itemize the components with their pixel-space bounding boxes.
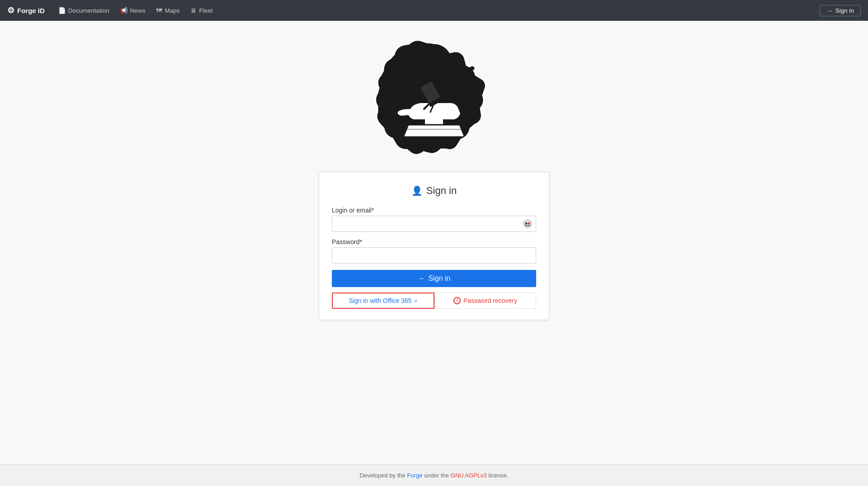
- card-title: 👤 Sign in: [332, 185, 536, 197]
- signin-button-label: Sign in: [429, 274, 451, 283]
- login-card: 👤 Sign in Login or email* Password*: [319, 172, 549, 320]
- password-input-wrapper: [332, 247, 536, 264]
- svg-point-10: [528, 222, 530, 225]
- password-recovery-label: Password recovery: [463, 297, 517, 304]
- external-link-icon: ↗: [413, 298, 417, 304]
- svg-point-8: [524, 220, 532, 228]
- forge-id-icon: ⚙: [7, 5, 14, 15]
- footer-forge-link[interactable]: Forge: [407, 472, 422, 479]
- footer: Developed by the Forge under the GNU AGP…: [0, 464, 868, 486]
- password-label: Password*: [332, 238, 536, 245]
- documentation-label: Documentation: [68, 7, 109, 14]
- navbar-right: → Sign in: [820, 5, 861, 16]
- card-title-text: Sign in: [426, 185, 457, 197]
- login-form-group: Login or email*: [332, 207, 536, 232]
- password-input[interactable]: [332, 247, 536, 264]
- signin-arrow-icon: →: [826, 7, 833, 14]
- footer-middle: under the: [424, 472, 451, 479]
- nav-documentation[interactable]: 📄 Documentation: [54, 5, 114, 16]
- footer-license-link[interactable]: GNU AGPLv3: [451, 472, 487, 479]
- office365-button[interactable]: Sign in with Office 365 ↗: [332, 293, 434, 309]
- svg-rect-0: [425, 119, 443, 125]
- nav-maps[interactable]: 🗺 Maps: [151, 5, 184, 16]
- navbar-signin-label: Sign in: [835, 7, 854, 14]
- nav-links: 📄 Documentation 📢 News 🗺 Maps 🖥 Fleet: [54, 5, 820, 16]
- password-recovery-button[interactable]: ! Password recovery: [434, 293, 536, 309]
- login-label: Login or email*: [332, 207, 536, 214]
- person-icon: 👤: [411, 185, 423, 196]
- nav-fleet[interactable]: 🖥 Fleet: [186, 5, 217, 16]
- navbar-signin-button[interactable]: → Sign in: [820, 5, 861, 16]
- footer-prefix: Developed by the: [360, 472, 407, 479]
- secondary-buttons: Sign in with Office 365 ↗ ! Password rec…: [332, 293, 536, 309]
- svg-point-9: [525, 222, 528, 225]
- fleet-label: Fleet: [199, 7, 212, 14]
- warning-icon: !: [453, 297, 461, 304]
- navbar-brand-label: Forge ID: [17, 7, 45, 14]
- signin-arrow-icon: →: [418, 274, 425, 283]
- maps-icon: 🗺: [156, 7, 162, 14]
- navbar-brand[interactable]: ⚙ Forge ID: [7, 5, 45, 15]
- logo-container: [375, 39, 493, 163]
- footer-suffix: license.: [488, 472, 508, 479]
- forge-logo: [375, 39, 493, 161]
- office365-label: Sign in with Office 365 ↗: [349, 297, 418, 304]
- main-content: 👤 Sign in Login or email* Password*: [0, 21, 868, 464]
- news-label: News: [130, 7, 146, 14]
- fleet-icon: 🖥: [190, 7, 197, 14]
- maps-label: Maps: [165, 7, 179, 14]
- password-form-group: Password*: [332, 238, 536, 264]
- login-input-wrapper: [332, 216, 536, 232]
- documentation-icon: 📄: [58, 7, 66, 14]
- nav-news[interactable]: 📢 News: [116, 5, 150, 16]
- news-icon: 📢: [120, 7, 128, 14]
- navbar: ⚙ Forge ID 📄 Documentation 📢 News 🗺 Maps…: [0, 0, 868, 21]
- signin-button[interactable]: → Sign in: [332, 270, 536, 287]
- password-manager-icon: [523, 219, 533, 229]
- login-input[interactable]: [332, 216, 536, 232]
